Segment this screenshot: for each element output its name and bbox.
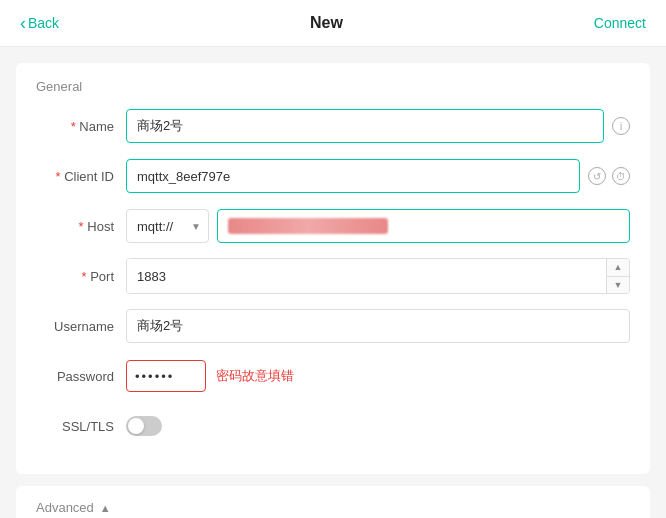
name-input[interactable]	[126, 109, 604, 143]
back-button[interactable]: Back	[20, 14, 59, 32]
clock-icon[interactable]: ⏱	[612, 167, 630, 185]
name-label: Name	[36, 119, 126, 134]
connect-button[interactable]: Connect	[594, 15, 646, 31]
name-suffix-icons: i	[612, 117, 630, 135]
advanced-chevron-icon: ▲	[100, 502, 111, 514]
password-control: 密码故意填错	[126, 360, 630, 392]
username-row: Username	[36, 308, 630, 344]
host-inner: mqtt:// mqtts:// ws:// wss:// ▼	[126, 209, 630, 243]
client-id-suffix-icons: ↺ ⏱	[588, 167, 630, 185]
password-error-message: 密码故意填错	[216, 367, 294, 385]
back-label: Back	[28, 15, 59, 31]
host-row: Host mqtt:// mqtts:// ws:// wss:// ▼	[36, 208, 630, 244]
port-increment-button[interactable]: ▲	[607, 259, 629, 277]
host-control: mqtt:// mqtts:// ws:// wss:// ▼	[126, 209, 630, 243]
host-protocol-wrap: mqtt:// mqtts:// ws:// wss:// ▼	[126, 209, 209, 243]
port-input[interactable]	[127, 259, 606, 293]
client-id-label: Client ID	[36, 169, 126, 184]
port-input-wrap: ▲ ▼	[126, 258, 630, 294]
username-label: Username	[36, 319, 126, 334]
ssl-tls-row: SSL/TLS	[36, 408, 630, 444]
advanced-section-title[interactable]: Advanced ▲	[36, 500, 630, 515]
host-address-input[interactable]	[217, 209, 630, 243]
ssl-tls-toggle-knob	[128, 418, 144, 434]
ssl-tls-label: SSL/TLS	[36, 419, 126, 434]
username-input[interactable]	[126, 309, 630, 343]
client-id-input[interactable]	[126, 159, 580, 193]
port-decrement-button[interactable]: ▼	[607, 277, 629, 294]
refresh-icon[interactable]: ↺	[588, 167, 606, 185]
header: Back New Connect	[0, 0, 666, 47]
username-control	[126, 309, 630, 343]
port-row: Port ▲ ▼	[36, 258, 630, 294]
name-control: i	[126, 109, 630, 143]
page-title: New	[310, 14, 343, 32]
client-id-input-wrap	[126, 159, 580, 193]
port-control: ▲ ▼	[126, 258, 630, 294]
client-id-row: Client ID ↺ ⏱	[36, 158, 630, 194]
name-row: Name i	[36, 108, 630, 144]
name-info-icon[interactable]: i	[612, 117, 630, 135]
general-section-title: General	[36, 79, 630, 94]
port-spinners: ▲ ▼	[606, 259, 629, 293]
client-id-control: ↺ ⏱	[126, 159, 630, 193]
name-input-wrap	[126, 109, 604, 143]
general-section: General Name i Client ID ↺ ⏱	[16, 63, 650, 474]
host-redact-overlay	[218, 210, 629, 242]
advanced-section: Advanced ▲ MQTT版本	[16, 486, 650, 518]
host-label: Host	[36, 219, 126, 234]
advanced-label: Advanced	[36, 500, 94, 515]
ssl-tls-toggle[interactable]	[126, 416, 162, 436]
password-row: Password 密码故意填错	[36, 358, 630, 394]
password-input[interactable]	[126, 360, 206, 392]
host-redact-bar	[228, 218, 388, 234]
port-label: Port	[36, 269, 126, 284]
ssl-tls-control	[126, 416, 630, 436]
password-label: Password	[36, 369, 126, 384]
ssl-tls-toggle-wrap	[126, 416, 162, 436]
host-protocol-select[interactable]: mqtt:// mqtts:// ws:// wss://	[126, 209, 209, 243]
